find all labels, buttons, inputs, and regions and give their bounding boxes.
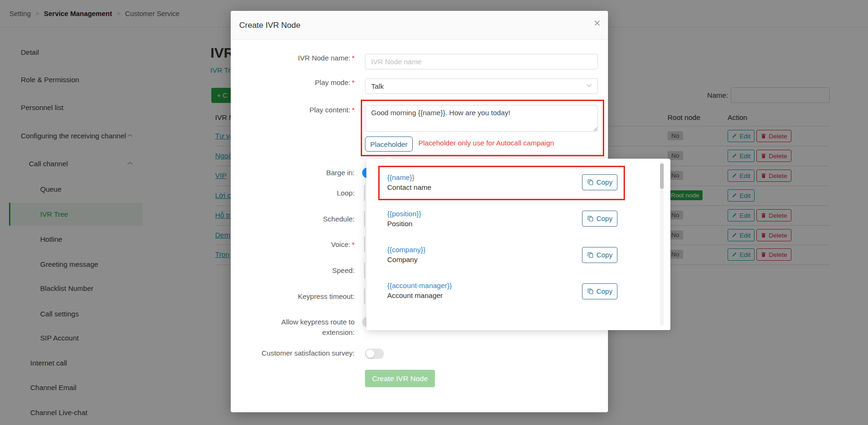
create-ivr-node-submit-button[interactable]: Create IVR Node (365, 370, 435, 387)
loop-input-edge (364, 185, 365, 201)
barge-in-label: Barge in: (231, 168, 355, 178)
dropdown-scrollbar-thumb[interactable] (660, 163, 664, 189)
copy-icon (587, 215, 594, 222)
modal-title: Create IVR Node (239, 11, 300, 40)
placeholder-description: Account manager (387, 291, 443, 300)
keypress-timeout-input-edge (364, 289, 365, 304)
schedule-label: Schedule: (231, 214, 355, 224)
placeholder-warning-text: Placeholder only use for Autocall campai… (418, 139, 554, 147)
speed-label: Speed: (231, 265, 355, 276)
copy-icon (587, 252, 594, 258)
copy-button[interactable]: Copy (582, 247, 617, 263)
schedule-input-edge (364, 211, 365, 227)
close-icon[interactable]: × (594, 17, 600, 29)
placeholder-token: {{position}} (387, 209, 421, 219)
copy-icon (587, 288, 594, 295)
copy-button[interactable]: Copy (582, 211, 617, 227)
voice-input-edge (364, 237, 365, 252)
copy-label: Copy (597, 215, 613, 222)
survey-label: Customer satisfaction survey: (231, 348, 355, 358)
play-mode-select[interactable]: Talk (365, 78, 598, 94)
copy-label: Copy (597, 288, 613, 295)
play-content-textarea[interactable]: Good morning {{name}}. How are you today… (365, 105, 598, 132)
placeholder-token: {{account-manager}} (387, 281, 452, 290)
toggle-knob (366, 349, 374, 358)
placeholder-button[interactable]: Placeholder (365, 136, 413, 152)
required-marker: * (352, 106, 355, 114)
ivr-node-name-input[interactable] (365, 54, 598, 69)
placeholder-description: Company (387, 255, 417, 264)
loop-label: Loop: (231, 188, 355, 198)
voice-label: Voice:* (231, 239, 355, 250)
allow-keypress-label: Allow keypress route to extension: (260, 317, 355, 338)
copy-button[interactable]: Copy (582, 174, 617, 190)
play-mode-label: Play mode:* (231, 77, 355, 88)
play-content-label: Play content:* (231, 105, 355, 115)
keypress-timeout-label: Keypress timeout: (231, 291, 355, 302)
chevron-down-icon (586, 84, 592, 87)
required-marker: * (352, 240, 355, 248)
placeholder-dropdown: {{name}} Contact name Copy {{position}} … (366, 159, 670, 330)
play-mode-value: Talk (371, 82, 384, 90)
copy-icon (587, 179, 594, 186)
placeholder-token: {{company}} (387, 245, 425, 255)
copy-label: Copy (597, 251, 613, 259)
copy-button[interactable]: Copy (582, 283, 617, 299)
speed-input-edge (364, 263, 365, 278)
dropdown-scrollbar-track[interactable] (660, 162, 664, 326)
required-marker: * (352, 78, 355, 86)
modal-header: Create IVR Node × (231, 11, 608, 40)
placeholder-description: Position (387, 219, 412, 229)
placeholder-description: Contact name (387, 183, 431, 192)
ivr-node-name-label: IVR Node name:* (231, 53, 355, 63)
required-marker: * (352, 54, 355, 62)
survey-toggle[interactable] (365, 348, 384, 359)
placeholder-token: {{name}} (387, 173, 415, 182)
screen: Setting > Service Management > Customer … (0, 0, 868, 425)
copy-label: Copy (597, 178, 613, 186)
